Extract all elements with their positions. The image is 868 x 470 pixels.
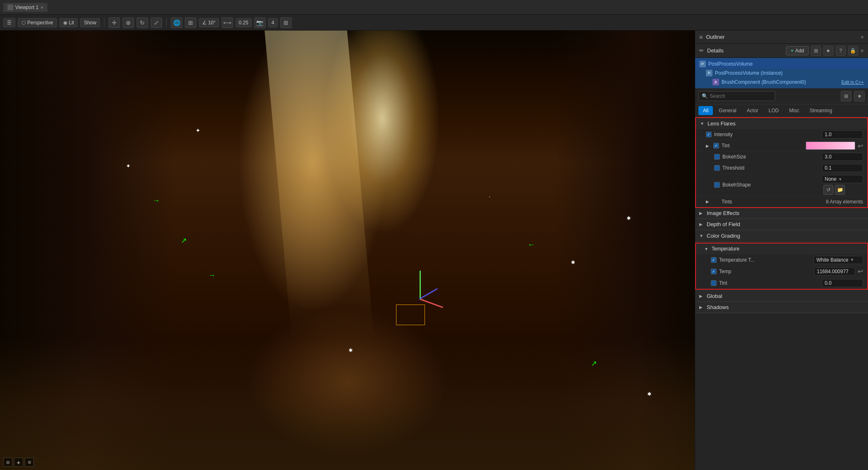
image-effects-header[interactable]: ▶ Image Effects — [695, 208, 868, 219]
filter-actor-tab[interactable]: Actor — [742, 106, 763, 115]
show-btn[interactable]: Show — [80, 18, 100, 27]
shadows-header[interactable]: ▶ Shadows — [695, 302, 868, 313]
tint-expand-arrow[interactable]: ▶ — [706, 144, 711, 148]
tint-row: ▶ Tint ↩ — [696, 140, 867, 151]
temperature-arrow: ▼ — [704, 247, 709, 251]
hamburger-menu-btn[interactable]: ☰ — [3, 18, 15, 27]
white-balance-select[interactable]: White Balance ▼ — [814, 256, 863, 264]
temperature-header[interactable]: ▼ Temperature — [696, 243, 867, 254]
details-close-btn[interactable]: × — [861, 47, 864, 54]
bokeh-size-value[interactable]: 3.0 — [822, 153, 863, 161]
temp-value[interactable]: 11684.000977 — [814, 267, 855, 276]
search-star-btn[interactable]: ★ — [854, 91, 865, 102]
color-grading-header[interactable]: ▼ Color Grading — [695, 230, 868, 242]
move-tool-btn[interactable]: ✛ — [108, 17, 120, 28]
global-header[interactable]: ▶ Global — [695, 291, 868, 302]
temp-tint-value[interactable]: 0.0 — [822, 279, 863, 287]
global-arrow: ▶ — [699, 294, 704, 298]
hamburger-icon: ☰ — [7, 20, 12, 26]
postprocess-instance-icon: P — [706, 70, 712, 76]
show-label: Show — [84, 20, 96, 26]
viewport-tab-close[interactable]: × — [40, 5, 43, 10]
search-bar: 🔍 ⊞ ★ — [695, 88, 868, 104]
bokeh-shape-select[interactable]: None ▼ — [822, 175, 863, 183]
grid-btn[interactable]: ⊞ — [280, 17, 292, 28]
tree-item-postprocess[interactable]: P PostProcessVolume — [695, 59, 868, 68]
filter-tabs: All General Actor LOD Misc Streaming — [695, 104, 868, 117]
scale-value-btn[interactable]: 0.25 — [236, 18, 252, 27]
bokeh-shape-checkbox[interactable] — [714, 182, 720, 188]
perspective-btn[interactable]: ⬡ Perspective — [18, 18, 57, 27]
camera-btn[interactable]: 📷 — [254, 17, 266, 28]
temp-type-checkbox[interactable] — [711, 257, 717, 263]
tree-item-brush[interactable]: B BrushComponent (BrushComponent0) Edit … — [695, 78, 868, 87]
search-input[interactable] — [698, 91, 775, 101]
rotate-tool-btn[interactable]: ↻ — [137, 17, 148, 28]
angle-value: 10° — [208, 20, 215, 26]
image-effects-section: ▶ Image Effects — [695, 208, 868, 219]
bokeh-folder-btn[interactable]: 📁 — [835, 185, 845, 195]
tint-color-swatch[interactable] — [806, 142, 855, 150]
tints-expand-arrow[interactable]: ▶ — [706, 199, 711, 204]
viewport-ctrl-1[interactable]: ⊞ — [3, 458, 12, 467]
tint-checkbox[interactable] — [713, 143, 719, 149]
brush-icon: B — [712, 79, 719, 85]
color-grading-arrow: ▼ — [699, 234, 704, 238]
temp-value-checkbox[interactable] — [711, 269, 717, 274]
outliner-close-btn[interactable]: × — [861, 34, 864, 40]
scene-marker-8: ✱ — [625, 215, 632, 222]
viewport-ctrl-3[interactable]: ⚙ — [25, 458, 34, 467]
scale-snap-btn[interactable]: ⟷ — [222, 17, 233, 28]
outliner-title: Outliner — [706, 34, 857, 40]
world-grid-btn[interactable]: 🌐 — [171, 17, 182, 28]
bokeh-size-checkbox[interactable] — [714, 154, 720, 160]
scale-tool-btn[interactable]: ⤢ — [151, 17, 162, 28]
tint-undo-btn[interactable]: ↩ — [858, 142, 863, 150]
depth-of-field-header[interactable]: ▶ Depth of Field — [695, 219, 868, 230]
pan-tool-btn[interactable]: ⊕ — [123, 17, 134, 28]
lock-btn[interactable]: 🔒 — [848, 46, 858, 56]
scene-marker-1: ✦ — [125, 163, 132, 169]
snap-btn[interactable]: ⊞ — [185, 17, 196, 28]
marker-arrow-5: → — [208, 271, 215, 280]
threshold-checkbox[interactable] — [714, 165, 720, 171]
viewport-area[interactable]: ✦ ✦ → ↗ → ← ✱ ✱ · — [0, 31, 695, 470]
help-btn[interactable]: ? — [836, 46, 846, 56]
intensity-value[interactable]: 1.0 — [822, 130, 863, 139]
filter-lod-tab[interactable]: LOD — [764, 106, 783, 115]
lens-flares-header[interactable]: ▼ Lens Flares — [696, 118, 867, 129]
marker-star-12: ✱ — [647, 391, 651, 397]
bokeh-shape-value: None — [825, 176, 837, 182]
search-grid-btn[interactable]: ⊞ — [841, 91, 851, 102]
bokeh-reset-btn[interactable]: ↺ — [823, 185, 833, 195]
color-grading-section: ▼ Color Grading ▼ Temperature — [695, 230, 868, 291]
add-component-btn[interactable]: + Add — [786, 46, 808, 55]
grid-view-btn[interactable]: ⊞ — [811, 46, 821, 56]
filter-all-tab[interactable]: All — [698, 106, 713, 115]
viewport-tab[interactable]: Viewport 1 × — [3, 3, 47, 12]
intensity-checkbox[interactable] — [706, 132, 712, 137]
properties-scroll[interactable]: ▼ Lens Flares Intensity 1.0 ▶ Tint — [695, 117, 868, 470]
filter-streaming-tab[interactable]: Streaming — [805, 106, 837, 115]
viewport-ctrl-2[interactable]: ◈ — [14, 458, 23, 467]
temp-value-row: Temp 11684.000977 ↩ — [696, 266, 867, 277]
snap-angle-btn[interactable]: ∠ 10° — [199, 18, 219, 27]
lit-btn[interactable]: ◉ Lit — [59, 18, 78, 27]
filter-general-tab[interactable]: General — [714, 106, 741, 115]
threshold-value[interactable]: 0.1 — [822, 164, 863, 172]
edit-cpp-link[interactable]: Edit in C++ — [842, 80, 864, 85]
details-section: 🔍 ⊞ ★ All General Actor LOD Misc Streami… — [695, 88, 868, 470]
bookmark-btn[interactable]: ★ — [823, 46, 833, 56]
tree-item-postprocess-instance[interactable]: P PostProcessVolume (Instance) — [695, 68, 868, 78]
bokeh-shape-dropdown-arrow: ▼ — [838, 177, 842, 182]
temp-undo-btn[interactable]: ↩ — [858, 267, 863, 275]
temp-tint-row: Tint 0.0 — [696, 277, 867, 289]
tints-value: 8 Array elements — [826, 199, 863, 205]
camera-num-btn[interactable]: 4 — [268, 18, 278, 27]
temp-tint-checkbox[interactable] — [711, 280, 717, 286]
main-area: ✦ ✦ → ↗ → ← ✱ ✱ · — [0, 31, 868, 470]
temp-tint-label: Tint — [719, 280, 819, 286]
filter-misc-tab[interactable]: Misc — [785, 106, 804, 115]
lit-label: Lit — [69, 20, 74, 26]
lens-flares-title: Lens Flares — [708, 120, 736, 127]
